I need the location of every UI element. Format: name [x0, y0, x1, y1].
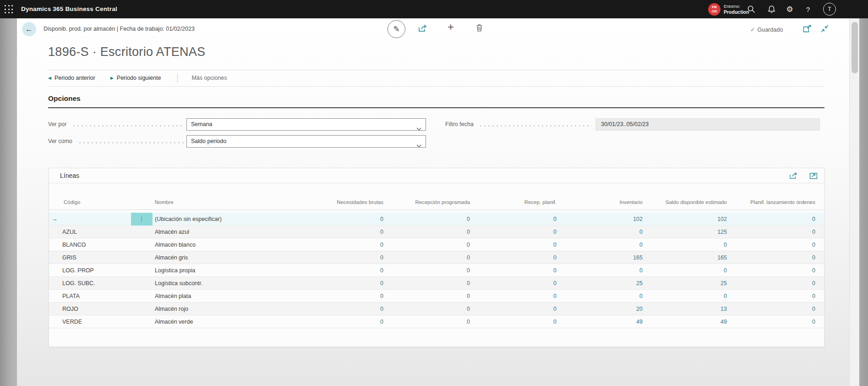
- cell-recepcion-programada[interactable]: 0: [383, 267, 470, 274]
- cell-recepcion-programada[interactable]: 0: [383, 229, 470, 235]
- table-row[interactable]: BLANCO Almacén blanco 0 0 0 0 0 0: [49, 238, 824, 251]
- cell-inventario[interactable]: 0: [557, 242, 643, 248]
- table-row[interactable]: LOG. SUBC. Logística subcontr. 0 0 0 25 …: [49, 277, 824, 290]
- open-lines-in-new-window-icon[interactable]: [809, 172, 818, 181]
- table-row[interactable]: AZUL Almacén azul 0 0 0 0 125 0: [49, 226, 824, 238]
- previous-period-button[interactable]: ◀ Periodo anterior: [48, 75, 95, 81]
- table-row[interactable]: ROJO Almacén rojo 0 0 0 20 13 0: [49, 303, 824, 315]
- cell-planif-lanzamiento[interactable]: 0: [727, 216, 815, 222]
- cell-recepcion-programada[interactable]: 0: [383, 242, 470, 248]
- cell-saldo-disponible[interactable]: 0: [643, 242, 727, 248]
- table-row[interactable]: GRIS Almacén gris 0 0 0 165 165 0: [49, 251, 824, 264]
- cell-planif-lanzamiento[interactable]: 0: [727, 267, 815, 274]
- cell-recepcion-programada[interactable]: 0: [383, 280, 470, 287]
- cell-nombre[interactable]: Almacén plata: [153, 293, 306, 299]
- cell-recep-planif[interactable]: 0: [470, 229, 557, 235]
- column-header-planif-lanzamiento[interactable]: Planif. lanzamiento órdenes: [727, 199, 815, 205]
- cell-planif-lanzamiento[interactable]: 0: [727, 229, 815, 235]
- cell-nombre[interactable]: Almacén azul: [153, 229, 306, 235]
- cell-necesidades-brutas[interactable]: 0: [306, 242, 383, 248]
- cell-nombre[interactable]: Almacén gris: [153, 254, 306, 261]
- column-header-saldo-disponible[interactable]: Saldo disponible estimado: [643, 199, 727, 205]
- column-header-necesidades-brutas[interactable]: Necesidades brutas: [306, 199, 383, 205]
- ver-como-dropdown[interactable]: Saldo periodo: [186, 135, 426, 148]
- cell-nombre[interactable]: (Ubicación sin especificar): [153, 216, 306, 222]
- cell-saldo-disponible[interactable]: 49: [643, 319, 727, 325]
- ver-por-dropdown[interactable]: Semana: [186, 118, 426, 131]
- cell-planif-lanzamiento[interactable]: 0: [727, 293, 815, 299]
- cell-inventario[interactable]: 20: [557, 306, 643, 312]
- cell-planif-lanzamiento[interactable]: 0: [727, 306, 815, 312]
- settings-gear-icon[interactable]: ⚙: [781, 0, 799, 18]
- cell-inventario[interactable]: 49: [557, 319, 643, 325]
- vertical-scrollbar[interactable]: [849, 18, 859, 386]
- cell-necesidades-brutas[interactable]: 0: [306, 216, 383, 222]
- cell-recep-planif[interactable]: 0: [470, 293, 557, 299]
- filtro-fecha-field[interactable]: 30/01/23..05/02/23: [595, 118, 820, 131]
- cell-recep-planif[interactable]: 0: [470, 306, 557, 312]
- cell-saldo-disponible[interactable]: 25: [643, 280, 727, 287]
- next-period-button[interactable]: ▶ Periodo siguiente: [110, 75, 161, 81]
- cell-planif-lanzamiento[interactable]: 0: [727, 242, 815, 248]
- cell-planif-lanzamiento[interactable]: 0: [727, 280, 815, 287]
- cell-recepcion-programada[interactable]: 0: [383, 254, 470, 261]
- cell-codigo[interactable]: BLANCO: [60, 242, 131, 248]
- app-title[interactable]: Dynamics 365 Business Central: [21, 0, 117, 18]
- scrollbar-thumb[interactable]: [852, 22, 858, 73]
- table-row-selected[interactable]: → ⋮ (Ubicación sin especificar) 0 0 0 10…: [49, 213, 824, 226]
- cell-necesidades-brutas[interactable]: 0: [306, 267, 383, 274]
- cell-recep-planif[interactable]: 0: [470, 267, 557, 274]
- notifications-bell-icon[interactable]: [762, 0, 781, 18]
- cell-necesidades-brutas[interactable]: 0: [306, 280, 383, 287]
- cell-codigo[interactable]: PLATA: [60, 293, 131, 299]
- cell-nombre[interactable]: Almacén verde: [153, 319, 306, 325]
- column-header-recep-planif[interactable]: Recep. planif.: [470, 199, 557, 205]
- cell-recep-planif[interactable]: 0: [470, 242, 557, 248]
- environment-badge[interactable]: PR OD: [708, 3, 721, 16]
- cell-recepcion-programada[interactable]: 0: [383, 293, 470, 299]
- row-handle-cell[interactable]: ⋮: [131, 213, 153, 226]
- cell-inventario[interactable]: 25: [557, 280, 643, 287]
- cell-necesidades-brutas[interactable]: 0: [306, 229, 383, 235]
- cell-inventario[interactable]: 0: [557, 293, 643, 299]
- cell-recep-planif[interactable]: 0: [470, 216, 557, 222]
- cell-recepcion-programada[interactable]: 0: [383, 306, 470, 312]
- edit-button[interactable]: ✎: [388, 20, 405, 38]
- cell-recep-planif[interactable]: 0: [470, 319, 557, 325]
- back-button[interactable]: ←: [22, 22, 36, 36]
- cell-nombre[interactable]: Almacén blanco: [153, 242, 306, 248]
- options-section-title[interactable]: Opciones: [48, 94, 81, 103]
- more-options-button[interactable]: Más opciones: [191, 75, 227, 81]
- share-lines-icon[interactable]: [789, 172, 798, 181]
- help-icon[interactable]: ?: [799, 0, 817, 18]
- cell-planif-lanzamiento[interactable]: 0: [727, 254, 815, 261]
- table-row[interactable]: PLATA Almacén plata 0 0 0 0 0 0: [49, 290, 824, 303]
- cell-planif-lanzamiento[interactable]: 0: [727, 319, 815, 325]
- column-header-codigo[interactable]: Código: [60, 199, 153, 205]
- cell-codigo[interactable]: AZUL: [60, 229, 131, 235]
- cell-nombre[interactable]: Logística propia: [153, 267, 306, 274]
- column-header-recepcion-programada[interactable]: Recepción programada: [383, 199, 470, 205]
- table-row[interactable]: LOG. PROP Logística propia 0 0 0 0 0 0: [49, 264, 824, 277]
- cell-codigo[interactable]: LOG. PROP: [60, 267, 131, 274]
- column-header-inventario[interactable]: Inventario: [557, 199, 643, 205]
- cell-nombre[interactable]: Almacén rojo: [153, 306, 306, 312]
- cell-saldo-disponible[interactable]: 165: [643, 254, 727, 261]
- cell-codigo[interactable]: LOG. SUBC.: [60, 280, 131, 287]
- cell-inventario[interactable]: 165: [557, 254, 643, 261]
- new-button[interactable]: +: [448, 21, 454, 33]
- cell-saldo-disponible[interactable]: 0: [643, 293, 727, 299]
- cell-saldo-disponible[interactable]: 102: [643, 216, 727, 222]
- column-header-nombre[interactable]: Nombre: [153, 199, 306, 205]
- cell-inventario[interactable]: 102: [557, 216, 643, 222]
- cell-recep-planif[interactable]: 0: [470, 280, 557, 287]
- open-in-new-window-icon[interactable]: [803, 25, 812, 34]
- cell-necesidades-brutas[interactable]: 0: [306, 306, 383, 312]
- delete-button[interactable]: [476, 24, 483, 33]
- cell-saldo-disponible[interactable]: 13: [643, 306, 727, 312]
- cell-saldo-disponible[interactable]: 125: [643, 229, 727, 235]
- cell-inventario[interactable]: 0: [557, 229, 643, 235]
- cell-recepcion-programada[interactable]: 0: [383, 216, 470, 222]
- cell-codigo[interactable]: ROJO: [60, 306, 131, 312]
- cell-codigo[interactable]: VERDE: [60, 319, 131, 325]
